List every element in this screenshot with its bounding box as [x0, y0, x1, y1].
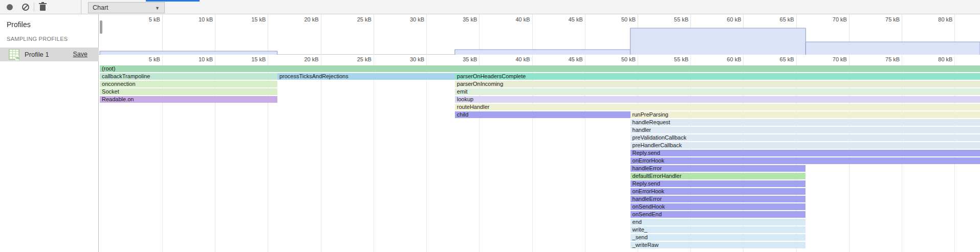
flame-bar-onErrorHook[interactable]: onErrorHook — [630, 188, 806, 195]
flame-bar-_writeRaw[interactable]: _writeRaw — [630, 242, 806, 248]
flame-row: onconnectionparserOnIncoming — [99, 81, 980, 87]
flame-row: preValidationCallback — [99, 134, 980, 141]
trash-icon[interactable] — [40, 5, 46, 11]
flame-bar-handleError[interactable]: handleError — [630, 196, 806, 202]
flame-tick-label: 5 kB — [129, 56, 160, 62]
overview-tick-label: 35 kB — [446, 16, 477, 22]
flame-row: onErrorHook — [99, 188, 980, 195]
flame-bar-handler[interactable]: handler — [630, 127, 980, 133]
flame-row: handler — [99, 127, 980, 133]
flame-bar-routeHandler[interactable]: routeHandler — [455, 104, 980, 110]
flame-tick-label: 45 kB — [552, 56, 583, 62]
flame-tick-label: 30 kB — [394, 56, 424, 62]
save-profile-link[interactable]: Save — [73, 51, 88, 58]
flame-tick-label: 25 kB — [341, 56, 372, 62]
allocation-overview[interactable] — [99, 14, 980, 55]
flame-row: Reply.send — [99, 150, 980, 156]
flame-bar-handleRequest[interactable]: handleRequest — [630, 119, 980, 126]
flame-bar-lookup[interactable]: lookup — [455, 96, 980, 103]
overview-tick-label: 80 kB — [922, 16, 952, 22]
flame-row: _send — [99, 234, 980, 241]
block-icon[interactable] — [22, 4, 29, 11]
flame-row: onErrorHook — [99, 157, 980, 164]
flame-row: onSendHook — [99, 203, 980, 210]
overview-area-chart[interactable] — [99, 14, 980, 55]
flame-bar-root[interactable]: (root) — [100, 65, 980, 72]
flame-bar-onErrorHook[interactable]: onErrorHook — [630, 157, 980, 164]
flame-bar-parserOnHeadersComplete[interactable]: parserOnHeadersComplete — [455, 73, 980, 80]
flame-tick-label: 55 kB — [658, 56, 688, 62]
flame-bar-_send[interactable]: _send — [630, 234, 806, 241]
toolbar-separator — [34, 3, 34, 12]
flame-chart-pane: 5 kB5 kB10 kB10 kB15 kB15 kB20 kB20 kB25… — [99, 14, 980, 252]
overview-tick-label: 10 kB — [182, 16, 213, 22]
flame-row: Readable.onlookup — [99, 96, 980, 103]
profile-icon: % — [9, 49, 19, 60]
flame-bar-parserOnIncoming[interactable]: parserOnIncoming — [455, 81, 980, 87]
flame-tick-label: 20 kB — [288, 56, 319, 62]
flame-bar-Readable.on[interactable]: Readable.on — [100, 96, 277, 103]
flame-bar-onSendEnd[interactable]: onSendEnd — [630, 211, 806, 218]
overview-tick-label: 15 kB — [235, 16, 266, 22]
flame-tick-label: 65 kB — [764, 56, 794, 62]
flame-bar-emit[interactable]: emit — [455, 88, 980, 95]
flame-bar-handleError[interactable]: handleError — [630, 165, 806, 172]
flame-row: handleRequest — [99, 119, 980, 126]
active-tab-indicator — [146, 0, 200, 2]
flame-row: _writeRaw — [99, 242, 980, 248]
flame-tick-label: 35 kB — [446, 56, 477, 62]
profiles-sidebar: Profiles SAMPLING PROFILES % Profile 1 S… — [0, 14, 99, 252]
flame-bar-Reply.send[interactable]: Reply.send — [630, 180, 806, 187]
flame-bar-onSendHook[interactable]: onSendHook — [630, 203, 806, 210]
chart-scrollbar-thumb[interactable] — [100, 20, 102, 34]
flame-row: write_ — [99, 226, 980, 233]
flame-bar-runPreParsing[interactable]: runPreParsing — [630, 111, 980, 118]
record-icon[interactable] — [7, 4, 13, 10]
flame-row: Socketemit — [99, 88, 980, 95]
flame-bar-end[interactable]: end — [630, 219, 806, 225]
flame-bar-onconnection[interactable]: onconnection — [100, 81, 277, 87]
flame-tick-label: 10 kB — [182, 56, 213, 62]
flame-row: onSendEnd — [99, 211, 980, 218]
overview-tick-label: 65 kB — [764, 16, 794, 22]
flame-bar-processTicksAndRejections[interactable]: processTicksAndRejections — [277, 73, 455, 80]
flame-row: handleError — [99, 196, 980, 202]
flame-row: end — [99, 219, 980, 225]
overview-tick-label: 5 kB — [129, 16, 160, 22]
flame-row: routeHandler — [99, 104, 980, 110]
flame-tick-label: 50 kB — [605, 56, 636, 62]
flame-tick-label: 60 kB — [710, 56, 741, 62]
overview-tick-label: 55 kB — [658, 16, 688, 22]
overview-tick-label: 60 kB — [710, 16, 741, 22]
overview-tick-label: 45 kB — [552, 16, 583, 22]
toolbar: Chart ▼ — [0, 0, 980, 14]
sampling-profiles-section-label: SAMPLING PROFILES — [7, 36, 68, 42]
flame-row: handleError — [99, 165, 980, 172]
flame-bar-write_[interactable]: write_ — [630, 226, 806, 233]
flame-row: callbackTrampolineprocessTicksAndRejecti… — [99, 73, 980, 80]
overview-tick-label: 40 kB — [499, 16, 530, 22]
flame-tick-label: 75 kB — [869, 56, 900, 62]
flame-tick-label: 70 kB — [816, 56, 847, 62]
profile-name: Profile 1 — [25, 51, 49, 58]
flame-row: childrunPreParsing — [99, 111, 980, 118]
toolbar-divider — [81, 0, 81, 14]
flame-row: Reply.send — [99, 180, 980, 187]
flame-bar-preValidationCallback[interactable]: preValidationCallback — [630, 134, 980, 141]
flame-bar-Reply.send[interactable]: Reply.send — [630, 150, 980, 156]
overview-tick-label: 75 kB — [869, 16, 900, 22]
profiles-heading: Profiles — [7, 20, 31, 29]
overview-tick-label: 70 kB — [816, 16, 847, 22]
flame-bar-child[interactable]: child — [455, 111, 630, 118]
flame-bar-callbackTrampoline[interactable]: callbackTrampoline — [100, 73, 277, 80]
flame-bar-defaultErrorHandler[interactable]: defaultErrorHandler — [630, 173, 806, 179]
flame-bar-Socket[interactable]: Socket — [100, 88, 277, 95]
flame-bar-preHandlerCallback[interactable]: preHandlerCallback — [630, 142, 980, 149]
overview-tick-label: 30 kB — [394, 16, 424, 22]
chevron-down-icon: ▼ — [155, 3, 160, 13]
view-mode-select[interactable]: Chart ▼ — [88, 2, 165, 13]
view-mode-value: Chart — [93, 4, 108, 11]
flame-row: defaultErrorHandler — [99, 173, 980, 179]
flame-tick-label: 80 kB — [922, 56, 952, 62]
profile-list-item[interactable]: % Profile 1 Save — [0, 48, 99, 61]
